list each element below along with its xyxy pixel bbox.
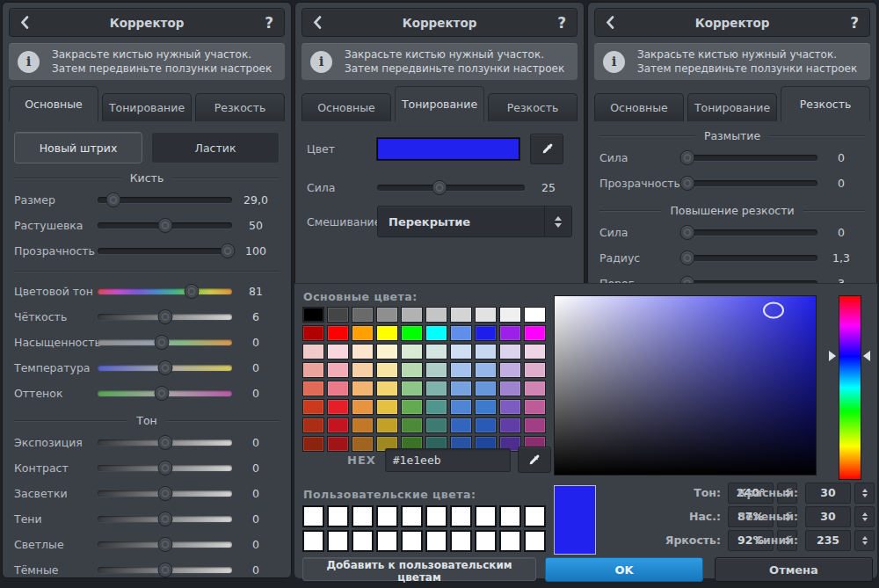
back-button[interactable] (606, 16, 625, 29)
slider[interactable] (98, 284, 232, 299)
custom-color-slot[interactable] (352, 505, 374, 527)
palette-color[interactable] (499, 381, 521, 396)
palette-color[interactable] (401, 399, 423, 415)
slider-thumb[interactable] (157, 512, 172, 526)
slider[interactable] (98, 563, 232, 577)
slider-thumb[interactable] (680, 150, 695, 165)
slider-thumb[interactable] (680, 225, 695, 240)
palette-color[interactable] (302, 436, 324, 452)
slider-thumb[interactable] (432, 180, 447, 195)
palette-color[interactable] (327, 436, 349, 452)
slider[interactable] (98, 435, 232, 450)
palette-color[interactable] (327, 344, 349, 359)
tab-Тонирование[interactable]: Тонирование (687, 93, 777, 121)
palette-color[interactable] (302, 344, 324, 359)
palette-color[interactable] (450, 344, 472, 359)
slider[interactable] (98, 243, 232, 258)
palette-color[interactable] (499, 399, 521, 415)
spinner-buttons[interactable] (854, 506, 875, 527)
help-button[interactable]: ? (547, 14, 566, 32)
custom-color-slot[interactable] (302, 505, 324, 527)
slider-track[interactable] (98, 248, 232, 254)
slider-thumb[interactable] (157, 461, 172, 475)
palette-color[interactable] (302, 381, 324, 396)
slider[interactable] (98, 192, 232, 207)
custom-color-slot[interactable] (352, 530, 374, 552)
palette-color[interactable] (376, 417, 398, 433)
back-button[interactable] (20, 16, 40, 29)
tab-Тонирование[interactable]: Тонирование (102, 93, 192, 121)
palette-color[interactable] (401, 417, 423, 433)
custom-color-slot[interactable] (475, 505, 497, 527)
ok-button[interactable]: OK (545, 557, 703, 582)
palette-color[interactable] (450, 417, 472, 433)
palette-color[interactable] (425, 417, 447, 433)
field-value[interactable]: 30 (805, 506, 851, 527)
blend-mode-dropdown[interactable]: Перекрытие (377, 206, 572, 237)
help-button[interactable]: ? (254, 14, 273, 32)
help-button[interactable]: ? (839, 14, 859, 32)
palette-color[interactable] (425, 344, 447, 359)
palette-color[interactable] (475, 307, 497, 323)
slider-thumb[interactable] (680, 176, 695, 191)
dropdown-spinner[interactable] (544, 207, 571, 236)
palette-color[interactable] (302, 325, 324, 341)
palette-color[interactable] (524, 399, 546, 415)
new-stroke-button[interactable]: Новый штрих (14, 132, 142, 163)
slider[interactable] (685, 225, 817, 240)
palette-color[interactable] (499, 344, 521, 359)
palette-color[interactable] (401, 344, 423, 359)
palette-color[interactable] (450, 307, 472, 323)
back-button[interactable] (313, 16, 332, 29)
palette-color[interactable] (352, 325, 374, 341)
palette-color[interactable] (352, 362, 374, 378)
tab-Резкость[interactable]: Резкость (781, 86, 870, 121)
palette-color[interactable] (401, 325, 423, 341)
slider[interactable] (685, 176, 817, 191)
custom-color-slot[interactable] (450, 530, 472, 552)
palette-color[interactable] (327, 399, 349, 415)
palette-color[interactable] (327, 307, 349, 323)
slider[interactable] (685, 150, 817, 165)
field-value[interactable]: 235 (805, 530, 851, 551)
palette-color[interactable] (450, 325, 472, 341)
slider-track[interactable] (685, 255, 817, 261)
slider[interactable] (377, 180, 525, 195)
custom-color-slot[interactable] (499, 505, 521, 527)
slider-thumb[interactable] (185, 284, 200, 299)
palette-color[interactable] (524, 325, 546, 341)
slider-track[interactable] (377, 185, 525, 191)
palette-color[interactable] (302, 362, 324, 378)
sv-marker[interactable] (763, 302, 784, 319)
slider-thumb[interactable] (680, 250, 695, 265)
palette-color[interactable] (475, 417, 497, 433)
palette-color[interactable] (524, 307, 546, 323)
palette-color[interactable] (450, 399, 472, 415)
palette-color[interactable] (327, 325, 349, 341)
palette-color[interactable] (475, 325, 497, 341)
color-swatch[interactable] (377, 138, 519, 160)
palette-color[interactable] (327, 417, 349, 433)
palette-color[interactable] (352, 417, 374, 433)
custom-color-slot[interactable] (425, 505, 447, 527)
palette-color[interactable] (376, 362, 398, 378)
custom-color-slot[interactable] (401, 505, 423, 527)
custom-color-slot[interactable] (475, 530, 497, 552)
slider-thumb[interactable] (157, 537, 172, 552)
slider[interactable] (98, 512, 232, 526)
palette-color[interactable] (376, 325, 398, 341)
palette-color[interactable] (401, 381, 423, 396)
add-custom-color-button[interactable]: Добавить к пользовательским цветам (302, 557, 536, 581)
slider[interactable] (98, 360, 232, 375)
palette-color[interactable] (425, 325, 447, 341)
palette-color[interactable] (401, 362, 423, 378)
saturation-value-box[interactable] (554, 295, 817, 475)
palette-color[interactable] (524, 417, 546, 433)
palette-color[interactable] (302, 417, 324, 433)
palette-color[interactable] (499, 307, 521, 323)
tab-Резкость[interactable]: Резкость (488, 93, 578, 121)
palette-color[interactable] (302, 399, 324, 415)
eyedropper-button[interactable] (530, 134, 563, 164)
palette-color[interactable] (352, 399, 374, 415)
palette-color[interactable] (352, 307, 374, 323)
